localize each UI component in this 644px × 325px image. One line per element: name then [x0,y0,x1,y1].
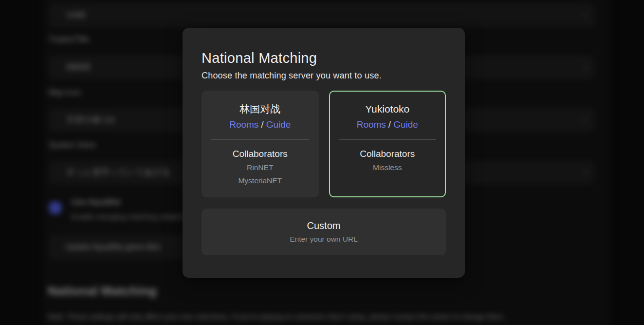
rooms-link[interactable]: Rooms [229,119,258,130]
collaborators-heading: Collaborators [330,148,445,160]
card-divider [339,139,436,140]
collaborator-name: MysteriaNET [202,174,318,187]
guide-link[interactable]: Guide [393,119,418,130]
server-name: 林国对战 [202,103,318,115]
collaborator-name: RinNET [202,161,318,173]
link-separator: / [388,119,391,130]
card-divider [211,139,309,140]
server-links: Rooms/Guide [202,118,318,131]
link-separator: / [261,119,263,130]
custom-card-title: Custom [202,219,446,232]
national-matching-dialog: National Matching Choose the matching se… [183,28,465,278]
custom-card-subtitle: Enter your own URL [202,233,446,245]
rooms-link[interactable]: Rooms [357,119,386,130]
dialog-title: National Matching [202,50,446,66]
collaborator-name: Missless [330,161,445,173]
dialog-subtitle: Choose the matching server you want to u… [202,71,446,81]
guide-link[interactable]: Guide [266,119,291,130]
custom-server-card[interactable]: Custom Enter your own URL [202,209,446,255]
server-name: Yukiotoko [330,103,445,115]
server-card-yukiotoko[interactable]: Yukiotoko Rooms/Guide Collaborators Miss… [329,91,446,197]
collaborators-heading: Collaborators [202,148,318,160]
server-options: 林国对战 Rooms/Guide Collaborators RinNET My… [202,91,446,197]
server-card-linguo[interactable]: 林国对战 Rooms/Guide Collaborators RinNET My… [202,91,319,197]
server-links: Rooms/Guide [330,118,445,131]
